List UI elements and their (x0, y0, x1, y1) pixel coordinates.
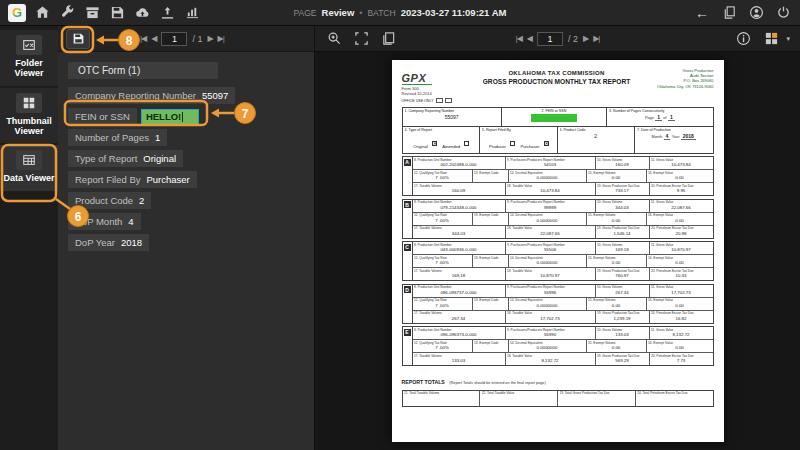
sidebar: Folder Viewer Thumbnail Viewer Data View… (0, 26, 58, 450)
last-record-button[interactable]: ▶| (218, 35, 224, 43)
form-cell: 12. Qualifying Tax Rate7 .00% (413, 298, 473, 310)
power-icon[interactable] (774, 4, 792, 22)
form-cell: 13. Exempt Code (473, 340, 509, 352)
sidebar-item-thumbnail-viewer[interactable]: Thumbnail Viewer (0, 88, 58, 144)
first-record-button[interactable]: |◀ (140, 35, 146, 43)
sidebar-item-data-viewer[interactable]: Data Viewer (0, 145, 58, 190)
app-logo[interactable]: G (8, 4, 26, 22)
form-cell: 17. Taxable Volume160.09 (413, 183, 506, 195)
sidebar-item-folder-viewer[interactable]: Folder Viewer (0, 30, 58, 86)
section-letter-cell: D (403, 285, 413, 323)
form-cell: 15. Exempt Volume0.00 (587, 255, 647, 267)
field-chip-company-reporting-number[interactable]: Company Reporting Number55097 (68, 87, 235, 104)
sidebar-item-label: Thumbnail Viewer (2, 116, 56, 137)
doc-field-fein[interactable]: 2. FEIN or SSN (502, 108, 607, 126)
chart-icon[interactable] (183, 4, 201, 22)
checkbox-purchaser (544, 141, 549, 146)
field-chip-dop-month[interactable]: DoP Month4 (68, 213, 141, 230)
doc-totals: 21. Total Taxable Volume22. Total Taxabl… (402, 390, 714, 407)
archive-icon[interactable] (83, 4, 101, 22)
record-number-input[interactable]: 1 (161, 32, 187, 46)
form-cell: 16. Exempt Value0.00 (647, 298, 713, 310)
pages-icon[interactable] (379, 30, 397, 48)
previous-page-button[interactable]: ◀ (527, 35, 532, 43)
logo-letter: G (12, 6, 22, 19)
field-chip-fein-or-ssn[interactable]: FEIN or SSN (68, 108, 137, 125)
form-cell: 17. Taxable Volume133.03 (413, 353, 506, 365)
topbar-right: ← (693, 4, 792, 22)
field-row-dop-year: DoP Year2018 (68, 234, 304, 251)
section-letter-cell: A (403, 157, 413, 195)
field-chip-type-of-report[interactable]: Type of ReportOriginal (68, 150, 183, 167)
viewer-toolbar: |◀ ◀ 1 / 2 ▶ ▶| ▾ (315, 26, 800, 52)
previous-record-button[interactable]: ◀ (151, 35, 156, 43)
field-value: 4 (128, 216, 133, 227)
chevron-down-icon[interactable]: ▾ (786, 35, 790, 43)
form-cell: 10. Gross Volume133.03 (596, 327, 650, 339)
form-section-B: B8. Production Unit Number079-214348-0-0… (402, 199, 714, 239)
tools-icon[interactable] (58, 4, 76, 22)
document-page[interactable]: GPX Form 300 Revised 10-2014 OFFICE USE … (392, 60, 724, 442)
section-letter: C (404, 244, 411, 251)
field-chip-product-code[interactable]: Product Code2 (68, 192, 151, 209)
form-cell: 14. Decimal Equivalent0.0000000 (509, 170, 587, 182)
form-cell: 20. Petroleum Excise Tax Due20.98 (650, 226, 713, 238)
fit-to-window-icon[interactable] (352, 30, 370, 48)
form-title[interactable]: OTC Form (1) (68, 62, 218, 79)
viewer-canvas: GPX Form 300 Revised 10-2014 OFFICE USE … (315, 52, 800, 450)
field-chip-dop-year[interactable]: DoP Year2018 (68, 234, 149, 251)
first-page-button[interactable]: |◀ (516, 35, 522, 43)
last-page-button[interactable]: ▶| (593, 35, 599, 43)
form-cell: 20. Petroleum Excise Tax Due9.95 (650, 183, 713, 195)
doc-field-filed-by: 5. Report Filed By Producer Purchaser (480, 127, 558, 153)
form-cell: 18. Taxable Value8,132.72 (506, 353, 596, 365)
section-letter: A (404, 159, 411, 166)
back-arrow-icon[interactable]: ← (693, 4, 711, 22)
field-chip-report-filed-by[interactable]: Report Filed ByPurchaser (68, 171, 197, 188)
field-chip-number-of-pages[interactable]: Number of Pages1 (68, 129, 167, 146)
form-cell: 8. Production Unit Number002-202488-0-00… (413, 157, 506, 169)
record-total: / 1 (192, 34, 202, 44)
section-letter-cell: E (403, 327, 413, 365)
form-cell: 9. Purchasers/Producers Report Number555… (506, 242, 596, 254)
checkbox-producer (510, 141, 515, 146)
form-cell: 10. Gross Volume267.34 (596, 285, 650, 297)
form-cell: 16. Exempt Value0.00 (647, 213, 713, 225)
sidebar-item-label: Data Viewer (4, 173, 55, 183)
doc-field-pages: 3. Number of Pages Consecutively Page 1 … (607, 108, 712, 126)
next-record-button[interactable]: ▶ (207, 35, 212, 43)
doc-field-type-of-report: 4. Type of Report Original Amended (403, 127, 481, 153)
next-page-button[interactable]: ▶ (583, 35, 588, 43)
view-options-icon[interactable] (762, 30, 780, 48)
page-number-input[interactable]: 1 (537, 32, 563, 46)
form-cell: 8. Production Unit Number079-214348-0-00… (413, 200, 506, 212)
total-cell: 22. Total Taxable Value (480, 391, 558, 406)
home-icon[interactable] (33, 4, 51, 22)
info-icon[interactable] (734, 30, 752, 48)
field-label: Type of Report (75, 153, 137, 164)
folder-viewer-icon (16, 35, 42, 55)
batch-label: BATCH (367, 8, 395, 18)
form-cell: 10. Gross Volume169.18 (596, 242, 650, 254)
total-cell: 23. Total Gross Production Tax Due (558, 391, 636, 406)
cloud-upload-icon[interactable] (133, 4, 151, 22)
form-cell: 17. Taxable Volume344.03 (413, 226, 506, 238)
save-disk-icon[interactable] (108, 4, 126, 22)
save-button[interactable] (66, 29, 90, 49)
field-input-fein-or-ssn[interactable]: HELLO! (141, 109, 199, 125)
section-letter-cell: B (403, 200, 413, 238)
main-area: Folder Viewer Thumbnail Viewer Data View… (0, 26, 800, 450)
form-section-A: A8. Production Unit Number002-202488-0-0… (402, 156, 714, 196)
export-icon[interactable] (158, 4, 176, 22)
documents-icon[interactable] (720, 4, 738, 22)
field-value: HELLO! (146, 111, 181, 122)
form-cell: 14. Decimal Equivalent0.0000000 (509, 255, 587, 267)
form-cell: 19. Gross Production Tax Due760.97 (596, 268, 650, 280)
zoom-icon[interactable] (325, 30, 343, 48)
data-fields: Company Reporting Number55097FEIN or SSN… (68, 87, 304, 251)
fein-highlight-region[interactable] (531, 114, 577, 122)
record-pagination: |◀ ◀ 1 / 1 ▶ ▶| (140, 32, 224, 46)
form-cell: 13. Exempt Code (473, 170, 509, 182)
user-icon[interactable] (747, 4, 765, 22)
field-value: Original (143, 153, 176, 164)
